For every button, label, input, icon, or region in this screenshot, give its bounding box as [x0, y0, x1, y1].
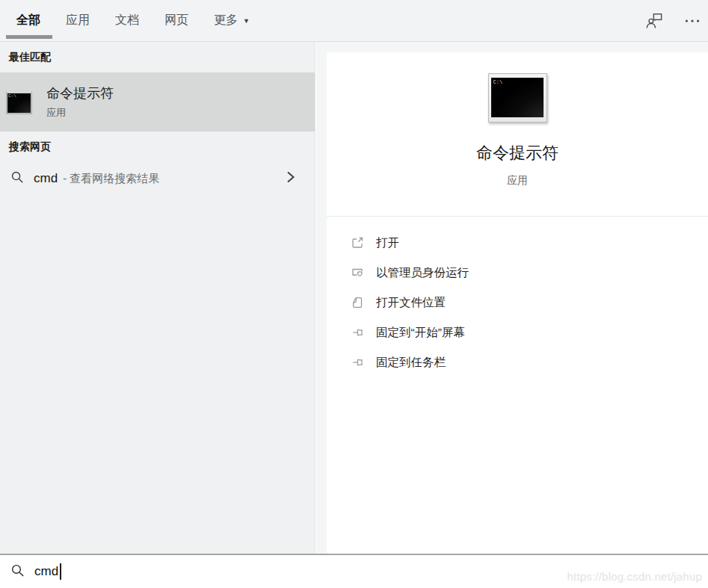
- command-prompt-icon-large: C:\: [488, 73, 547, 123]
- file-location-icon: [350, 295, 365, 310]
- pin-icon: [350, 325, 365, 340]
- web-search-suffix: - 查看网络搜索结果: [63, 172, 159, 186]
- text-caret: [60, 563, 61, 580]
- chevron-down-icon: ▼: [243, 17, 250, 25]
- web-search-query: cmd: [34, 171, 58, 186]
- tab-more[interactable]: 更多 ▼: [214, 13, 250, 28]
- watermark: https://blog.csdn.net/jahup: [567, 570, 702, 583]
- preview-card: C:\ 命令提示符 应用 打开: [327, 52, 708, 554]
- best-match-header: 最佳匹配: [9, 51, 315, 64]
- active-tab-underline: [6, 35, 52, 39]
- web-search-result[interactable]: cmd - 查看网络搜索结果: [0, 161, 315, 196]
- best-match-result[interactable]: C:\ 命令提示符 应用: [0, 72, 315, 131]
- action-run-as-admin[interactable]: 以管理员身份运行: [327, 258, 708, 288]
- search-input[interactable]: cmd https://blog.csdn.net/jahup: [0, 554, 708, 588]
- context-actions: 打开 以管理员身份运行: [327, 228, 708, 377]
- preview-panel: C:\ 命令提示符 应用 打开: [316, 42, 708, 554]
- more-options-icon[interactable]: [683, 11, 702, 31]
- divider: [327, 216, 708, 217]
- result-title: 命令提示符: [46, 84, 114, 102]
- command-prompt-icon: C:\: [6, 90, 32, 114]
- chevron-right-icon[interactable]: [286, 170, 295, 187]
- cmd-icon-text: C:\: [493, 79, 503, 85]
- search-filter-bar: 全部 应用 文档 网页 更多 ▼: [0, 0, 708, 42]
- tab-documents[interactable]: 文档: [115, 13, 139, 28]
- search-icon: [10, 170, 24, 187]
- search-web-header: 搜索网页: [9, 140, 315, 153]
- preview-app-title: 命令提示符: [327, 142, 708, 164]
- windows-search-flyout: 全部 应用 文档 网页 更多 ▼: [0, 0, 708, 588]
- feedback-icon[interactable]: [645, 11, 665, 31]
- action-label: 固定到“开始”屏幕: [376, 325, 465, 341]
- run-as-admin-icon: [350, 265, 365, 280]
- action-open[interactable]: 打开: [327, 228, 708, 258]
- tab-web[interactable]: 网页: [164, 13, 188, 28]
- search-icon: [10, 563, 25, 581]
- tab-all[interactable]: 全部: [16, 13, 40, 28]
- tab-more-label: 更多: [214, 13, 238, 28]
- action-label: 打开文件位置: [376, 295, 446, 311]
- pin-icon: [350, 355, 365, 370]
- tab-apps[interactable]: 应用: [66, 13, 90, 28]
- open-icon: [350, 235, 365, 250]
- preview-app-type: 应用: [327, 174, 708, 188]
- action-label: 以管理员身份运行: [376, 265, 469, 281]
- cmd-icon-text: C:\: [8, 93, 16, 99]
- action-pin-to-start[interactable]: 固定到“开始”屏幕: [327, 318, 708, 347]
- action-pin-to-taskbar[interactable]: 固定到任务栏: [327, 347, 708, 377]
- action-label: 打开: [376, 235, 399, 251]
- search-input-value: cmd: [34, 564, 58, 579]
- search-results-panel: 最佳匹配 C:\ 命令提示符 应用 搜索网页 cmd - 查看网络搜索结果: [0, 42, 315, 554]
- action-open-file-location[interactable]: 打开文件位置: [327, 288, 708, 318]
- action-label: 固定到任务栏: [376, 355, 446, 371]
- result-subtitle: 应用: [46, 106, 114, 120]
